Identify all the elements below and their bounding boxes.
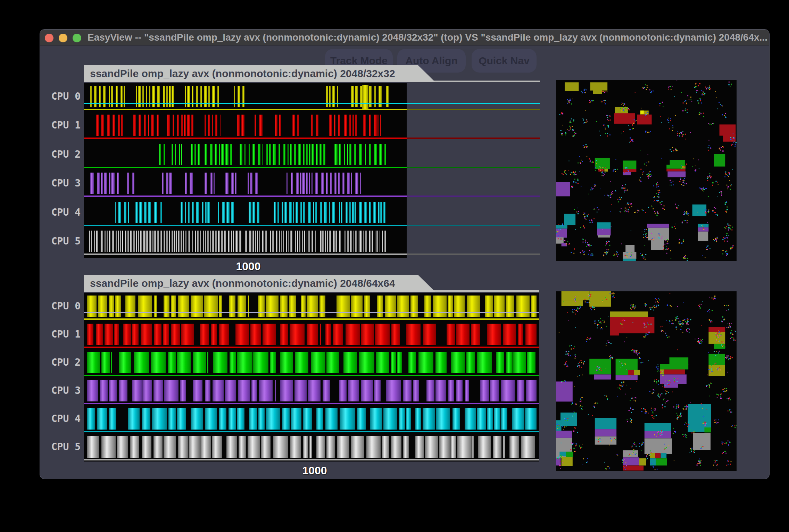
- panel-0-cpu-4-task[interactable]: [128, 202, 129, 223]
- panel-0-cpu-2-task[interactable]: [240, 144, 242, 165]
- panel-0-cpu-1-task[interactable]: [212, 115, 213, 136]
- panel-0-cpu-4-task[interactable]: [282, 202, 283, 223]
- panel-0-cpu-4-task[interactable]: [369, 202, 371, 223]
- panel-0-cpu-1-task[interactable]: [177, 115, 179, 136]
- panel-1-cpu-5-task[interactable]: [366, 436, 380, 458]
- panel-0-cpu-1-task[interactable]: [275, 115, 277, 136]
- panel-0-cpu-5-task[interactable]: [218, 231, 220, 252]
- panel-0-cpu-4-task[interactable]: [373, 202, 376, 223]
- panel-0-cpu-1-task[interactable]: [121, 115, 123, 136]
- panel-1-cpu-3-task[interactable]: [435, 380, 446, 401]
- panel-1-cpu-5-task[interactable]: [472, 436, 473, 458]
- panel-0-cpu-2-task[interactable]: [225, 144, 229, 165]
- panel-0-cpu-5-task[interactable]: [384, 231, 386, 252]
- panel-0-cpu-4-task[interactable]: [277, 202, 279, 223]
- panel-1-cpu-1-task[interactable]: [423, 324, 436, 345]
- panel-0-cpu-5-task[interactable]: [203, 231, 204, 252]
- panel-0-cpu-5-task[interactable]: [322, 231, 324, 252]
- panel-1-cpu-3-task[interactable]: [348, 380, 359, 401]
- panel-0-cpu-5-task[interactable]: [380, 231, 381, 252]
- panel-1-cpu-1-task[interactable]: [456, 324, 470, 345]
- panel-0-cpu-5-task[interactable]: [164, 231, 165, 252]
- panel-1-cpu-0-task[interactable]: [178, 296, 189, 317]
- panel-1-cpu-0-task[interactable]: [125, 296, 135, 317]
- panel-0-cpu-5-task[interactable]: [259, 231, 260, 252]
- panel-1-cpu-0-task[interactable]: [171, 296, 176, 317]
- panel-0-cpu-5-task[interactable]: [376, 231, 378, 252]
- window-titlebar[interactable]: EasyView -- "ssandPile omp_lazy avx (non…: [40, 30, 769, 45]
- panel-1-cpu-4-task[interactable]: [340, 408, 355, 430]
- panel-1-cpu-4-task[interactable]: [128, 408, 140, 430]
- panel-1-cpu-1-task[interactable]: [171, 324, 180, 345]
- panel-0-cpu-3-task[interactable]: [355, 173, 358, 194]
- panel-0-cpu-1-task[interactable]: [369, 115, 371, 136]
- panel-1-cpu-3-task[interactable]: [480, 380, 489, 401]
- panel-0-cpu-3-task[interactable]: [132, 173, 134, 194]
- panel-0-cpu-2-task[interactable]: [283, 144, 286, 165]
- panel-1-cpu-4-task[interactable]: [452, 408, 460, 430]
- panel-0-cpu-3-task[interactable]: [214, 173, 215, 194]
- panel-0-cpu-3-task[interactable]: [338, 173, 340, 194]
- panel-1-cpu-3-task[interactable]: [465, 380, 469, 401]
- panel-1-cpu-0-task[interactable]: [516, 296, 530, 317]
- panel-1-cpu-4-task[interactable]: [191, 408, 203, 430]
- panel-0-cpu-2-task[interactable]: [344, 144, 345, 165]
- panel-0-cpu-4-band[interactable]: [87, 202, 398, 223]
- panel-0-cpu-2-task[interactable]: [316, 144, 318, 165]
- panel-1-cpu-2-task[interactable]: [311, 352, 326, 373]
- panel-1-cpu-5-task[interactable]: [351, 436, 364, 458]
- panel-1-cpu-0-task[interactable]: [485, 296, 493, 317]
- panel-0-cpu-1-task[interactable]: [191, 115, 193, 136]
- panel-1-cpu-5-task[interactable]: [178, 436, 188, 458]
- panel-1-cpu-2-task[interactable]: [280, 352, 293, 373]
- panel-0-cpu-4-task[interactable]: [332, 202, 335, 223]
- panel-0-cpu-1-task[interactable]: [316, 115, 318, 136]
- panel-0-cpu-5-task[interactable]: [195, 231, 197, 252]
- panel-0-cpu-4-task[interactable]: [196, 202, 199, 223]
- panel-0-cpu-1-task[interactable]: [241, 115, 244, 136]
- panel-0-cpu-5-task[interactable]: [181, 231, 182, 252]
- panel-1-cpu-1-task[interactable]: [235, 324, 249, 345]
- panel-1-cpu-0-task[interactable]: [154, 296, 157, 317]
- panel-0-cpu-4-task[interactable]: [313, 202, 314, 223]
- panel-0-cpu-3-task[interactable]: [315, 173, 318, 194]
- panel-1-cpu-3-task[interactable]: [275, 380, 276, 401]
- panel-0-cpu-3-task[interactable]: [296, 173, 299, 194]
- panel-0-cpu-5-task[interactable]: [344, 231, 346, 252]
- panel-0-cpu-3-task[interactable]: [101, 173, 103, 194]
- panel-0-cpu-4-task[interactable]: [383, 202, 385, 223]
- panel-0-cpu-5-task[interactable]: [157, 231, 159, 252]
- panel-0-cpu-2-band[interactable]: [87, 144, 398, 165]
- panel-0-cpu-2-task[interactable]: [249, 144, 250, 165]
- panel-0-cpu-1-task[interactable]: [344, 115, 347, 136]
- panel-1-cpu-2-band[interactable]: [87, 352, 537, 373]
- panel-0-cpu-3-task[interactable]: [250, 173, 252, 194]
- panel-0-cpu-5-task[interactable]: [375, 231, 376, 252]
- panel-1-cpu-0-task[interactable]: [397, 296, 409, 317]
- panel-0-cpu-5-task[interactable]: [215, 231, 217, 252]
- panel-0-cpu-5-task[interactable]: [169, 231, 170, 252]
- panel-1-cpu-4-task[interactable]: [249, 408, 257, 430]
- panel-0-cpu-2-task[interactable]: [210, 144, 213, 165]
- panel-0-cpu-5-task[interactable]: [140, 231, 142, 252]
- panel-0-cpu-2-task[interactable]: [164, 144, 165, 165]
- panel-1-cpu-0-task[interactable]: [454, 296, 465, 317]
- panel-1-cpu-3-task[interactable]: [109, 380, 117, 401]
- panel-0-cpu-5-task[interactable]: [231, 231, 232, 252]
- panel-0-cpu-5-task[interactable]: [221, 231, 223, 252]
- panel-1-cpu-5-task[interactable]: [130, 436, 139, 458]
- panel-0-cpu-5-task[interactable]: [107, 231, 108, 252]
- panel-1-cpu-2-task[interactable]: [111, 352, 112, 373]
- panel-0-cpu-3-task[interactable]: [90, 173, 94, 194]
- panel-0-cpu-4-task[interactable]: [315, 202, 317, 223]
- panel-0-cpu-1-task[interactable]: [215, 115, 217, 136]
- panel-1-cpu-2-task[interactable]: [295, 352, 308, 373]
- panel-1-cpu-2-task[interactable]: [466, 352, 475, 373]
- panel-0-cpu-5-task[interactable]: [297, 231, 298, 252]
- panel-1-cpu-1-task[interactable]: [503, 324, 516, 345]
- panel-1-cpu-1-task[interactable]: [487, 324, 501, 345]
- panel-0-cpu-5-task[interactable]: [333, 231, 335, 252]
- panel-0-cpu-3-task[interactable]: [360, 173, 361, 194]
- panel-0-cpu-4-task[interactable]: [308, 202, 311, 223]
- panel-0-cpu-3-task[interactable]: [109, 173, 110, 194]
